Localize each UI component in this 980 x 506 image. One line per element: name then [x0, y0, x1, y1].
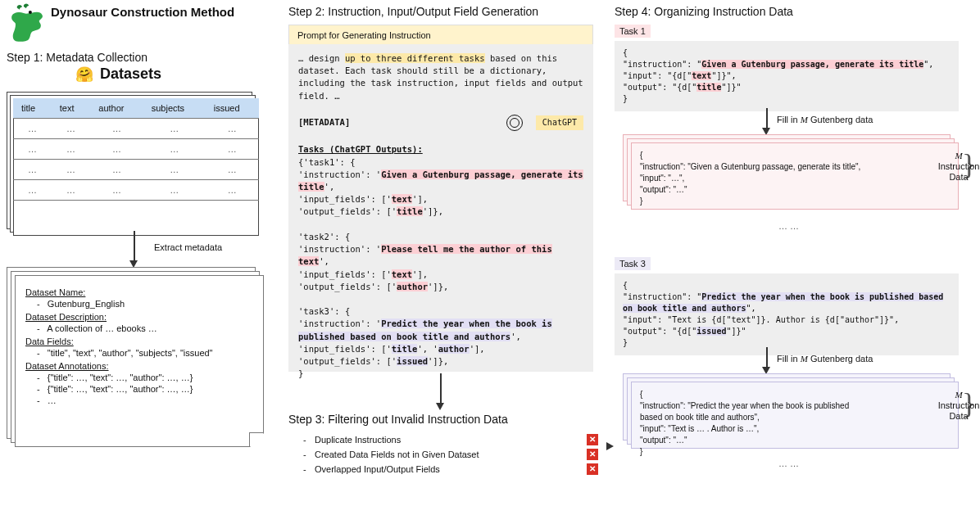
svg-point-0: [29, 11, 32, 14]
metadata-card: Dataset Name: - Gutenburg_English Datase…: [15, 275, 264, 447]
task3-result-card: { "instruction": "Predict the year when …: [631, 382, 959, 449]
m-instruction-data-label: MInstruction Data: [936, 151, 980, 183]
fill-in-label: Fill in M Gutenberg data: [777, 354, 873, 364]
annotation-row: - {"title": …, "text": …, "author": …, ……: [37, 384, 253, 394]
m-instruction-data-label: MInstruction Data: [936, 390, 980, 422]
dataset-annotations-label: Dataset Annotations:: [25, 361, 253, 371]
col-text: text: [52, 98, 91, 119]
task1-block: {'task1': { 'instruction': 'Given a Gute…: [298, 156, 583, 219]
dataset-desc-label: Dataset Description:: [25, 312, 253, 322]
step4-heading: Step 4: Organizing Instruction Data: [615, 5, 793, 18]
dataset-table: title text author subjects issued …………… …: [13, 98, 259, 201]
tasks-heading: Tasks (ChatGPT Outputs):: [298, 144, 423, 154]
arrow-stem: [440, 373, 442, 403]
metadata-tag: [METADATA]: [298, 116, 350, 129]
ellipsis: … …: [778, 221, 799, 231]
filter-item: -Duplicate Instructions✕: [303, 434, 598, 445]
arrow-right-icon: [606, 442, 614, 450]
step3-list: -Duplicate Instructions✕ -Created Data F…: [303, 434, 598, 478]
data-fields-label: Data Fields:: [25, 337, 253, 346]
filter-item: -Overlapped Input/Output Fields✕: [303, 463, 598, 475]
huggingface-icon: 🤗: [75, 66, 93, 84]
task1-label: Task 1: [615, 25, 651, 38]
annotation-row: - {"title": …, "text": …, "author": …, ……: [37, 373, 253, 382]
page-title: Dynosaur Construction Method: [51, 5, 234, 19]
chatgpt-icon: [506, 115, 523, 131]
col-issued: issued: [206, 98, 259, 119]
annotation-row: - …: [37, 395, 253, 405]
dataset-name-value: - Gutenburg_English: [37, 299, 253, 309]
x-icon: ✕: [587, 434, 598, 445]
arrow-stem: [766, 347, 768, 368]
metadata-card-stack: Dataset Name: - Gutenburg_English Datase…: [7, 267, 267, 450]
filter-item: -Created Data Fields not in Given Datase…: [303, 449, 598, 460]
task3-label: Task 3: [615, 257, 651, 270]
dynosaur-logo-icon: [5, 2, 48, 44]
chatgpt-chip: ChatGPT: [536, 115, 583, 131]
prompt-body: … design up to three different tasks bas…: [298, 52, 583, 102]
step2-panel: … design up to three different tasks bas…: [288, 44, 593, 372]
step3-heading: Step 3: Filtering out Invalid Instructio…: [288, 413, 508, 426]
col-title: title: [13, 98, 52, 119]
dataset-name-label: Dataset Name:: [25, 287, 253, 297]
fill-in-label: Fill in M Gutenberg data: [777, 115, 873, 124]
task2-block: 'task2': { 'instruction': 'Please tell m…: [298, 231, 583, 293]
x-icon: ✕: [587, 449, 598, 460]
step2-heading: Step 2: Instruction, Input/Output Field …: [288, 5, 538, 18]
page-fold-icon: [249, 432, 264, 447]
task3-result-stack: { "instruction": "Predict the year when …: [623, 373, 960, 452]
step1-heading: Step 1: Metadata Collection: [7, 51, 147, 64]
prompt-header-box: Prompt for Generating Instruction: [288, 25, 593, 46]
arrow-stem: [134, 231, 135, 260]
arrow-stem: [766, 108, 768, 129]
col-author: author: [90, 98, 143, 119]
dataset-desc-value: - A collection of … ebooks …: [37, 323, 253, 333]
task1-result-stack: { "instruction": "Given a Gutenburg pass…: [623, 134, 960, 213]
data-fields-value: - "title", "text", "author", "subjects",…: [37, 348, 253, 358]
x-icon: ✕: [587, 463, 598, 475]
task1-json-panel: { "instruction": "Given a Gutenburg pass…: [615, 41, 959, 111]
task3-block: 'task3': { 'instruction': 'Predict the y…: [298, 305, 583, 380]
col-subjects: subjects: [143, 98, 206, 119]
ellipsis: … …: [778, 459, 799, 468]
arrow-down-icon: [436, 403, 444, 410]
task3-json-panel: { "instruction": "Predict the year when …: [615, 273, 959, 355]
datasets-label: Datasets: [100, 66, 161, 83]
extract-metadata-label: Extract metadata: [154, 242, 222, 252]
task1-result-card: { "instruction": "Given a Gutenburg pass…: [631, 142, 959, 210]
